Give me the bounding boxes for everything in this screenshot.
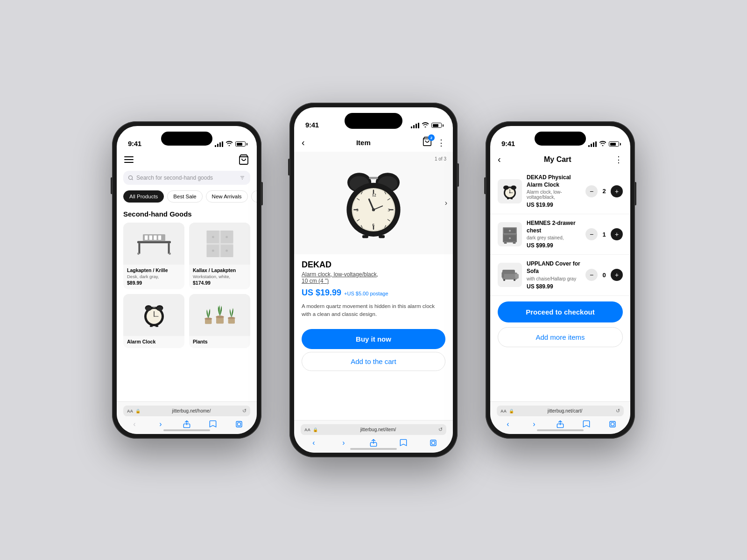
cart-item-name-1: DEKAD Physical Alarm Clock [527,174,581,189]
phones-container: 9:41 [112,103,635,457]
back-btn-nav-3[interactable]: ‹ [501,419,514,429]
home-indicator-1 [163,429,210,431]
svg-point-69 [372,208,375,211]
url-bar-2[interactable]: AA 🔒 jitterbug.net/item/ ↺ [301,424,446,435]
cart-icon-2[interactable]: 2 [422,136,432,149]
qty-minus-1[interactable]: − [585,185,598,197]
menu-icon[interactable] [124,156,134,163]
url-text-3[interactable]: jitterbug.net/cart/ [516,408,613,413]
tabs-btn-1[interactable] [233,419,246,429]
back-btn-nav-2[interactable]: ‹ [307,438,320,448]
svg-point-1 [129,176,133,180]
forward-btn-2[interactable]: › [337,438,350,448]
svg-rect-78 [432,441,435,445]
product-card-4[interactable]: Plants [189,294,250,348]
battery-icon-2 [431,123,442,128]
qty-minus-3[interactable]: − [585,269,598,281]
qty-plus-2[interactable]: + [611,228,623,240]
products-grid: Lagkapten / Krille Desk, dark gray, $89.… [117,221,257,350]
tabs-btn-2[interactable] [427,438,440,448]
qty-minus-2[interactable]: − [585,228,598,240]
section-title-1: Second-hand Goods [117,206,257,221]
item-nav: ‹ Item 2 ⋮ [294,133,453,152]
svg-rect-88 [511,198,513,199]
product-card-3[interactable]: Alarm Clock [123,294,184,348]
svg-rect-6 [137,241,171,243]
reload-icon-2[interactable]: ↺ [438,427,443,433]
forward-btn-3[interactable]: › [528,419,541,429]
reload-icon-1[interactable]: ↺ [242,408,247,414]
cart-item-price-2: US $99.99 [527,242,581,249]
cart-item-name-3: UPPLAND Cover for Sofa [527,260,581,275]
tab-more[interactable]: Se... [251,190,257,203]
bookmarks-btn-3[interactable] [580,419,593,429]
forward-btn-1[interactable]: › [154,419,167,429]
phone-cart-screen: 9:41 [490,126,630,434]
carousel-indicator: 1 of 3 [435,156,446,161]
status-time-1: 9:41 [128,140,141,147]
more-icon-3[interactable]: ⋮ [614,154,623,165]
wifi-icon-3 [599,140,606,147]
url-text-2[interactable]: jitterbug.net/item/ [320,427,436,432]
add-to-cart-button[interactable]: Add to the cart [302,352,445,371]
more-icon-2[interactable]: ⋮ [437,138,445,148]
tab-new-arrivals[interactable]: New Arrivals [206,190,248,203]
phone-item-screen: 9:41 [294,107,453,453]
buy-now-button[interactable]: Buy it now [302,329,445,349]
share-btn-2[interactable] [367,438,380,448]
svg-rect-105 [611,423,614,426]
tab-all-products[interactable]: All Products [123,190,164,203]
tab-best-sale[interactable]: Best Sale [167,190,202,203]
filter-icon-1[interactable] [239,175,246,181]
svg-point-21 [211,236,214,238]
reload-icon-3[interactable]: ↺ [616,408,620,414]
wifi-icon-2 [422,122,429,129]
svg-point-86 [509,192,511,193]
home-indicator-2 [350,448,397,450]
search-input-1[interactable]: Search for second-hand goods [136,175,236,181]
carousel-arrow[interactable]: › [445,199,447,207]
back-btn-2[interactable]: ‹ [302,137,305,148]
checkout-button[interactable]: Proceed to checkout [498,301,623,322]
search-bar-1[interactable]: Search for second-hand goods [123,171,250,185]
filter-tabs-1: All Products Best Sale New Arrivals Se..… [117,187,257,206]
qty-control-2: − 1 + [585,228,623,240]
tabs-btn-3[interactable] [606,419,619,429]
phone3-content: ‹ My Cart ⋮ [490,150,630,401]
phone-cart: 9:41 [486,121,635,439]
product-name-1: Lagkapten / Krille [127,267,181,273]
svg-point-37 [204,318,212,320]
qty-plus-3[interactable]: + [611,269,623,281]
svg-rect-104 [610,421,615,427]
share-btn-3[interactable] [554,419,567,429]
phone-item: 9:41 [289,103,458,457]
url-bar-3[interactable]: AA 🔒 jitterbug.net/cart/ ↺ [497,406,624,416]
back-btn-3[interactable]: ‹ [498,154,501,165]
url-text-1[interactable]: jitterbug.net/home/ [143,408,240,413]
svg-rect-75 [379,235,385,238]
phone-home-screen: 9:41 [117,126,257,434]
product-card-2[interactable]: Kallax / Lapakpten Workstation, white, $… [189,223,250,289]
nav-buttons-2: ‹ › [294,438,453,448]
share-btn-1[interactable] [180,419,193,429]
product-info-1: Lagkapten / Krille Desk, dark gray, $89.… [123,265,184,289]
svg-rect-43 [236,421,242,427]
dynamic-island-2 [345,113,402,129]
back-btn-1[interactable]: ‹ [128,419,141,429]
svg-point-92 [509,230,511,232]
search-icon-1 [128,175,134,181]
add-more-items-button[interactable]: Add more items [498,327,623,347]
bookmarks-btn-2[interactable] [397,438,410,448]
cart-icon-1[interactable] [238,154,249,165]
status-time-2: 9:41 [305,121,319,129]
item-product-desc: Alarm clock, low-voltage/black,10 cm (4 … [302,271,445,284]
product-card-1[interactable]: Lagkapten / Krille Desk, dark gray, $89.… [123,223,184,289]
nav-buttons-1: ‹ › [117,419,257,429]
url-aa-2: AA [304,427,310,432]
cart-count-badge: 2 [428,134,435,141]
bookmarks-btn-1[interactable] [206,419,219,429]
qty-plus-1[interactable]: + [611,185,623,197]
svg-rect-87 [507,198,509,199]
url-bar-1[interactable]: AA 🔒 jitterbug.net/home/ ↺ [123,406,250,416]
dynamic-island-3 [535,132,586,146]
